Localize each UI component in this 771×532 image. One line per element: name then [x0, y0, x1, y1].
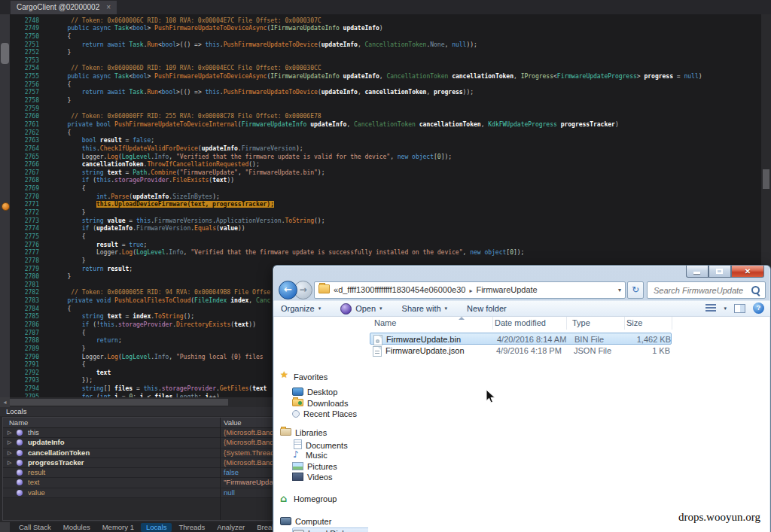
tab-close-icon[interactable]: ×: [106, 3, 111, 11]
document-tab[interactable]: CargoClient @02000002×: [11, 1, 117, 14]
maximize-button[interactable]: [709, 266, 731, 278]
column-header-name[interactable]: Name: [374, 317, 396, 330]
line-number: 2793: [10, 377, 47, 385]
breadcrumb-folder[interactable]: FirmwareUpdate: [476, 285, 537, 294]
file-list[interactable]: NameDate modifiedTypeSize FirmwareUpdate…: [368, 317, 769, 532]
sidebar-item-music[interactable]: Music: [292, 450, 328, 461]
column-resize-handle[interactable]: [672, 317, 672, 330]
debug-tab-call-stack[interactable]: Call Stack: [14, 523, 56, 532]
breadcrumb-separator-icon: ▸: [465, 287, 476, 294]
line-number: 2772: [10, 209, 47, 217]
breadcrumb-path[interactable]: d_ffff1300ffffffff1830454e06000e30: [338, 285, 465, 294]
help-button[interactable]: ?: [753, 302, 764, 314]
line-number: 2771: [10, 201, 47, 209]
code-line: 2765 Logger.Log(LogLevel.Info, "Verified…: [0, 154, 771, 162]
sidebar-item-documents[interactable]: Documents: [292, 439, 348, 451]
variable-name[interactable]: progressTracker: [28, 458, 84, 467]
sort-ascending-icon[interactable]: [459, 317, 465, 320]
column-header-date-modified[interactable]: Date modified: [495, 317, 546, 330]
sidebar-item-computer[interactable]: Computer: [280, 516, 331, 527]
panel-corner-button[interactable]: [0, 522, 10, 532]
sidebar-item-label: Documents: [306, 441, 348, 450]
film-icon: [292, 473, 303, 481]
variable-name[interactable]: updateInfo: [28, 438, 65, 447]
line-number: 2765: [10, 154, 47, 162]
toolbar-new-folder-button[interactable]: New folder: [467, 304, 507, 313]
debug-tab-threads[interactable]: Threads: [173, 523, 210, 532]
sidebar-item-pictures[interactable]: Pictures: [292, 461, 337, 473]
sidebar-item-favorites[interactable]: Favorites: [280, 372, 328, 383]
variable-name[interactable]: result: [28, 468, 45, 477]
sidebar-item-label: Computer: [295, 517, 331, 526]
sidebar-item-videos[interactable]: Videos: [292, 472, 332, 483]
scroll-left-arrow-icon[interactable]: ◂: [0, 397, 10, 407]
variable-icon: [17, 479, 23, 485]
editor-vertical-scroll-thumb[interactable]: [763, 169, 769, 189]
chevron-down-icon: ▾: [445, 306, 448, 312]
expand-icon[interactable]: ▷: [8, 428, 11, 437]
sidebar-item-local-disk[interactable]: Local Disk: [292, 527, 376, 532]
line-number: 2776: [10, 242, 47, 250]
folder-down-icon: [292, 399, 303, 406]
forward-arrow-icon: →: [299, 284, 306, 295]
watermark: drops.wooyun.org: [678, 511, 760, 524]
variable-value[interactable]: false: [224, 468, 239, 477]
variable-name[interactable]: value: [28, 488, 45, 497]
toolbar-share-with-button[interactable]: Share with▾: [402, 304, 448, 313]
file-size: 1,462 KB: [600, 333, 671, 345]
toolbar-open-button[interactable]: Open▾: [340, 303, 382, 315]
code-line: 2770 int.Parse(updateInfo.SizeInBytes);: [0, 193, 771, 202]
toolbar-label: New folder: [467, 304, 507, 313]
locals-column-divider[interactable]: [220, 418, 221, 520]
debug-tab-memory-1[interactable]: Memory 1: [97, 523, 139, 532]
variable-name[interactable]: cancellationToken: [28, 448, 90, 458]
change-view-icon[interactable]: [705, 304, 716, 313]
refresh-button[interactable]: ↻: [627, 281, 644, 299]
sidebar-item-recent-places[interactable]: Recent Places: [292, 409, 357, 420]
expand-icon[interactable]: ▷: [8, 438, 11, 447]
debug-tab-analyzer[interactable]: Analyzer: [212, 523, 250, 532]
debug-tab-modules[interactable]: Modules: [58, 523, 96, 532]
expand-icon[interactable]: ▷: [8, 448, 11, 458]
variable-value[interactable]: null: [224, 488, 235, 497]
library-icon: [280, 428, 291, 436]
breakpoint-icon[interactable]: [2, 202, 10, 211]
line-number: 2788: [10, 337, 47, 345]
search-box[interactable]: [647, 281, 766, 299]
column-header-size[interactable]: Size: [626, 317, 642, 330]
current-statement-highlight: this.UploadDeviceFirmware(text, progress…: [96, 201, 274, 208]
sidebar-item-downloads[interactable]: Downloads: [292, 398, 348, 409]
sidebar-item-homegroup[interactable]: Homegroup: [280, 494, 337, 505]
file-row-firmwareupdate.json[interactable]: FirmwareUpdate.json4/9/2016 4:18 PMJSON …: [370, 345, 672, 357]
breadcrumb[interactable]: «d_ffff1300ffffffff1830454e06000e30▸Firm…: [314, 281, 626, 299]
close-button[interactable]: ✕: [731, 266, 764, 278]
recent-icon: [292, 410, 300, 418]
file-row-firmwareupdate.bin[interactable]: FirmwareUpdate.bin4/20/2016 8:14 AMBIN F…: [370, 333, 672, 345]
variable-name[interactable]: text: [28, 478, 39, 487]
locals-value-column-header[interactable]: Value: [224, 418, 242, 427]
back-button[interactable]: ←: [279, 281, 297, 299]
screen: 27472748 // Token: 0x0600006C RID: 108 R…: [0, 0, 771, 532]
debug-tab-locals[interactable]: Locals: [141, 523, 172, 532]
line-number: 2770: [10, 193, 47, 202]
explorer-window[interactable]: ✕ ← → «d_ffff1300ffffffff1830454e06000e3…: [273, 265, 771, 532]
address-dropdown-icon[interactable]: ▾: [618, 282, 621, 298]
variable-name[interactable]: this: [28, 428, 39, 437]
gutter-scroll-thumb[interactable]: [1, 43, 9, 64]
expand-icon[interactable]: ▷: [8, 458, 11, 467]
preview-pane-icon[interactable]: [734, 304, 745, 313]
editor-horizontal-scroll-thumb[interactable]: [10, 399, 228, 406]
code-line: 2749 public async Task<bool> PushFirmwar…: [0, 25, 771, 33]
column-resize-handle[interactable]: [624, 317, 625, 330]
views-dropdown-icon[interactable]: ▾: [724, 306, 727, 312]
search-input[interactable]: [652, 283, 749, 297]
sidebar-item-libraries[interactable]: Libraries: [280, 427, 327, 439]
column-header-type[interactable]: Type: [572, 317, 590, 330]
toolbar-organize-button[interactable]: Organize▾: [281, 304, 321, 313]
minimize-button[interactable]: [686, 266, 709, 278]
sidebar-item-desktop[interactable]: Desktop: [292, 387, 337, 398]
column-resize-handle[interactable]: [566, 317, 567, 330]
locals-name-column-header[interactable]: Name: [9, 418, 28, 427]
column-resize-handle[interactable]: [492, 317, 493, 330]
sidebar-item-label: Videos: [307, 473, 332, 482]
